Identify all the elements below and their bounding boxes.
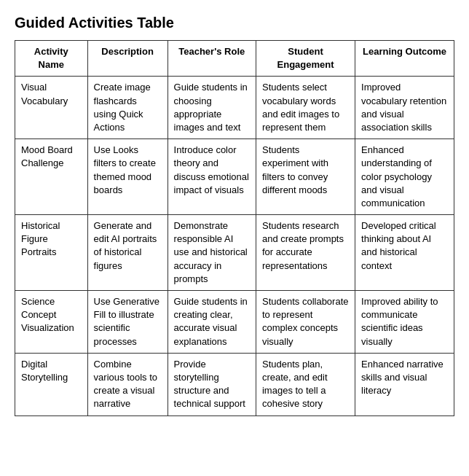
- cell-teachers_role-3: Guide students in creating clear, accura…: [168, 291, 256, 354]
- cell-learning_outcome-0: Improved vocabulary retention and visual…: [355, 77, 454, 139]
- guided-activities-table: Activity Name Description Teacher's Role…: [15, 40, 454, 416]
- cell-student_engagement-3: Students collaborate to represent comple…: [256, 291, 355, 354]
- cell-activity-4: Digital Storytelling: [15, 353, 88, 415]
- cell-student_engagement-1: Students experiment with filters to conv…: [256, 139, 355, 215]
- cell-teachers_role-0: Guide students in choosing appropriate i…: [168, 77, 256, 139]
- cell-activity-2: Historical Figure Portraits: [15, 215, 88, 291]
- col-header-learning-outcome: Learning Outcome: [355, 41, 454, 77]
- table-row: Mood Board ChallengeUse Looks filters to…: [15, 139, 454, 215]
- table-row: Science Concept VisualizationUse Generat…: [15, 291, 454, 354]
- cell-learning_outcome-4: Enhanced narrative skills and visual lit…: [355, 353, 454, 415]
- cell-activity-0: Visual Vocabulary: [15, 77, 88, 139]
- cell-teachers_role-2: Demonstrate responsible AI use and histo…: [168, 215, 256, 291]
- cell-activity-3: Science Concept Visualization: [15, 291, 88, 354]
- cell-student_engagement-4: Students plan, create, and edit images t…: [256, 353, 355, 415]
- cell-learning_outcome-1: Enhanced understanding of color psycholo…: [355, 139, 454, 215]
- table-row: Digital StorytellingCombine various tool…: [15, 353, 454, 415]
- cell-teachers_role-1: Introduce color theory and discuss emoti…: [168, 139, 256, 215]
- cell-student_engagement-2: Students research and create prompts for…: [256, 215, 355, 291]
- cell-description-0: Create image flashcards using Quick Acti…: [87, 77, 168, 139]
- col-header-description: Description: [87, 41, 168, 77]
- cell-description-2: Generate and edit AI portraits of histor…: [87, 215, 168, 291]
- cell-description-1: Use Looks filters to create themed mood …: [87, 139, 168, 215]
- col-header-teachers-role: Teacher's Role: [168, 41, 256, 77]
- cell-learning_outcome-2: Developed critical thinking about AI and…: [355, 215, 454, 291]
- table-row: Historical Figure PortraitsGenerate and …: [15, 215, 454, 291]
- cell-teachers_role-4: Provide storytelling structure and techn…: [168, 353, 256, 415]
- table-row: Visual VocabularyCreate image flashcards…: [15, 77, 454, 139]
- col-header-activity: Activity Name: [15, 41, 88, 77]
- page-title: Guided Activities Table: [15, 15, 454, 31]
- cell-learning_outcome-3: Improved ability to communicate scientif…: [355, 291, 454, 354]
- col-header-student-engagement: Student Engagement: [256, 41, 355, 77]
- cell-student_engagement-0: Students select vocabulary words and edi…: [256, 77, 355, 139]
- cell-activity-1: Mood Board Challenge: [15, 139, 88, 215]
- table-header-row: Activity Name Description Teacher's Role…: [15, 41, 454, 77]
- cell-description-4: Combine various tools to create a visual…: [87, 353, 168, 415]
- cell-description-3: Use Generative Fill to illustrate scient…: [87, 291, 168, 354]
